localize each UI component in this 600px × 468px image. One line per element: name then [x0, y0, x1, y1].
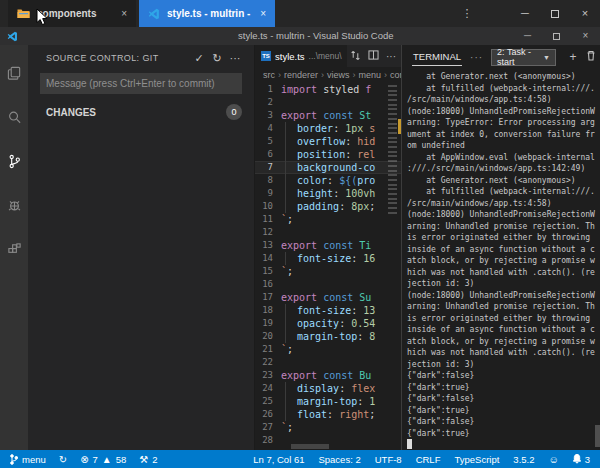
minimap[interactable] — [388, 85, 397, 215]
more-actions-icon[interactable]: ··· — [226, 52, 244, 64]
new-terminal-icon[interactable]: + — [564, 50, 582, 64]
code-line[interactable]: 1import styled f — [255, 83, 401, 96]
code-text: margin-top: 8 — [281, 330, 375, 343]
indent-guide — [285, 200, 297, 213]
code-line[interactable]: 10padding: 8px; — [255, 200, 401, 213]
breadcrumb-item[interactable]: renderer — [284, 70, 318, 80]
line-number: 13 — [255, 239, 281, 252]
terminal-line: at fulfilled (webpack-internal:///. — [407, 83, 600, 95]
code-line[interactable]: 9height: 100vh — [255, 187, 401, 200]
code-line[interactable]: 6position: rel — [255, 148, 401, 161]
code-line[interactable]: 13export const Ti — [255, 239, 401, 252]
encoding[interactable]: UTF-8 — [375, 454, 402, 465]
warning-count: 58 — [116, 454, 127, 465]
minimize-button[interactable]: ─ — [513, 27, 542, 45]
code-line[interactable]: 15`; — [255, 265, 401, 278]
feedback-item[interactable]: ☺ — [548, 454, 558, 465]
breadcrumb-item[interactable]: src — [263, 70, 275, 80]
breadcrumb[interactable]: src›renderer›views›menu›components — [255, 67, 401, 83]
menu-kebab-icon[interactable]: ⋮ — [452, 0, 482, 27]
refresh-icon[interactable]: ↻ — [208, 52, 226, 65]
code-line[interactable]: 5overflow: hid — [255, 135, 401, 148]
cursor-position[interactable]: Ln 7, Col 61 — [253, 454, 304, 465]
indentation[interactable]: Spaces: 2 — [318, 454, 360, 465]
horizontal-scrollbar[interactable] — [291, 444, 329, 449]
eol-sequence[interactable]: CRLF — [416, 454, 441, 465]
code-editor[interactable]: 1import styled f23export const St4border… — [255, 83, 401, 450]
code-line[interactable]: 18font-size: 13 — [255, 304, 401, 317]
notifications-item[interactable]: 3 — [573, 454, 590, 465]
token: font-size — [297, 304, 351, 317]
code-line[interactable]: 14font-size: 16 — [255, 252, 401, 265]
terminal-selector-dropdown[interactable]: 2: Task - start ▼ — [491, 49, 556, 66]
code-line[interactable]: 27`; — [255, 421, 401, 434]
code-line[interactable]: 24display: flex — [255, 382, 401, 395]
token: margin-top — [297, 395, 357, 408]
terminal-body[interactable]: at Generator.next (<anonymous>) at fulfi… — [402, 69, 600, 450]
problems-item[interactable]: ⊗ 7 ▲ 58 — [80, 454, 126, 465]
window-tab-components[interactable]: components × — [8, 0, 136, 27]
kill-terminal-icon[interactable] — [582, 50, 600, 64]
terminal-scrollbar[interactable] — [595, 425, 600, 447]
changes-label: CHANGES — [46, 107, 226, 118]
close-button[interactable]: × — [571, 27, 600, 45]
terminal-tab[interactable]: TERMINAL — [412, 48, 462, 66]
code-line[interactable]: 2 — [255, 96, 401, 109]
code-line[interactable]: 19opacity: 0.54 — [255, 317, 401, 330]
sidebar-item-extensions[interactable] — [0, 227, 28, 271]
git-branch-item[interactable]: menu — [10, 454, 46, 465]
branch-name: menu — [22, 454, 46, 465]
sidebar-item-search[interactable] — [0, 95, 28, 139]
close-icon[interactable]: × — [121, 8, 127, 19]
maximize-button[interactable] — [540, 0, 570, 27]
code-line[interactable]: 26float: right; — [255, 408, 401, 421]
indent-guide — [285, 395, 297, 408]
breadcrumb-item[interactable]: menu — [359, 70, 382, 80]
code-line[interactable]: 7background-co — [255, 161, 401, 174]
code-line[interactable]: 12 — [255, 226, 401, 239]
language-mode[interactable]: TypeScript — [454, 454, 499, 465]
sidebar-item-explorer[interactable] — [0, 51, 28, 95]
token: : — [333, 122, 345, 135]
close-icon[interactable]: × — [260, 8, 266, 19]
close-button[interactable]: × — [570, 0, 600, 27]
minimize-button[interactable]: ─ — [510, 0, 540, 27]
commit-message-input[interactable] — [40, 73, 242, 94]
code-line[interactable]: 21`; — [255, 343, 401, 356]
sync-item[interactable]: ↻ — [59, 454, 67, 465]
code-line[interactable]: 20margin-top: 8 — [255, 330, 401, 343]
code-line[interactable]: 8color: ${(pro — [255, 174, 401, 187]
code-text: margin-top: 1 — [281, 395, 375, 408]
token: overflow — [297, 135, 345, 148]
tasks-item[interactable]: ⚒ 2 — [139, 454, 157, 465]
code-text: `; — [281, 421, 293, 434]
split-editor-icon[interactable] — [365, 50, 381, 62]
window-tab-label: components — [37, 8, 114, 19]
sidebar-item-source-control[interactable] — [0, 139, 28, 183]
code-line[interactable]: 22 — [255, 356, 401, 369]
token: : — [339, 317, 351, 330]
commit-icon[interactable]: ✓ — [190, 52, 208, 65]
more-actions-icon[interactable]: ··· — [383, 51, 399, 62]
editor-tab-style-ts[interactable]: TS style.ts ...\menu\ — [255, 45, 347, 67]
maximize-button[interactable] — [542, 27, 571, 45]
window-tab-style-ts[interactable]: style.ts - multrin - ... × — [139, 0, 275, 27]
files-icon — [7, 66, 22, 81]
code-line[interactable]: 23export const Bu — [255, 369, 401, 382]
token: f — [365, 83, 371, 96]
code-line[interactable]: 17export const Su — [255, 291, 401, 304]
breadcrumb-item[interactable]: views — [327, 70, 350, 80]
code-line[interactable]: 3export const St — [255, 109, 401, 122]
typescript-version[interactable]: 3.5.2 — [513, 454, 534, 465]
code-line[interactable]: 16 — [255, 278, 401, 291]
line-number: 6 — [255, 148, 281, 161]
folder-icon — [17, 8, 30, 19]
open-changes-icon[interactable] — [347, 50, 363, 63]
breadcrumb-item[interactable]: components — [390, 70, 401, 80]
sidebar-item-debug[interactable] — [0, 183, 28, 227]
more-icon[interactable]: ··· — [470, 52, 483, 63]
code-line[interactable]: 11`; — [255, 213, 401, 226]
changes-section[interactable]: CHANGES 0 — [28, 102, 254, 122]
code-line[interactable]: 25margin-top: 1 — [255, 395, 401, 408]
code-line[interactable]: 4border: 1px s — [255, 122, 401, 135]
